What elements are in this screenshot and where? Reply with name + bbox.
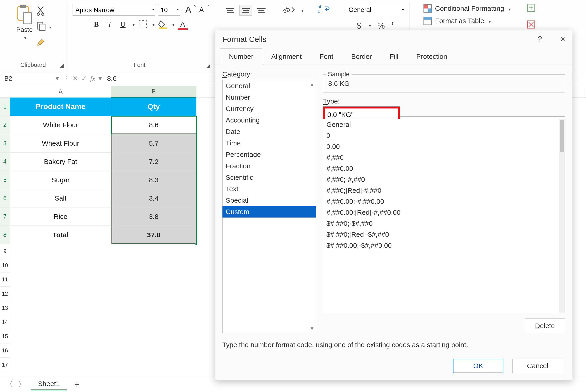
selection-fill-handle[interactable] (195, 243, 198, 246)
enter-formula-icon[interactable]: ✓ (81, 74, 87, 82)
format-code-item[interactable]: #,##0 (323, 152, 565, 163)
row-header[interactable]: 10 (0, 258, 10, 272)
new-sheet-button[interactable]: ＋ (72, 378, 81, 390)
font-name-select[interactable]: Aptos Narrow (72, 4, 155, 16)
format-as-table-button[interactable]: Format as Table (423, 16, 491, 25)
row-header[interactable]: 7 (0, 208, 10, 226)
category-item[interactable]: Time (222, 138, 316, 149)
category-item[interactable]: General (222, 80, 316, 92)
category-item[interactable]: Percentage (222, 149, 316, 160)
format-code-item[interactable]: General (323, 119, 565, 130)
paste-icon[interactable] (15, 4, 34, 26)
format-code-item[interactable]: #,##0.00;[Red]-#,##0.00 (323, 207, 565, 218)
table-cell[interactable]: Wheat Flour (10, 134, 111, 152)
sheet-nav-next-icon[interactable]: 〉 (18, 380, 25, 389)
scroll-up-icon[interactable]: ▲ (309, 82, 315, 88)
orientation-dropdown[interactable] (300, 7, 304, 14)
row-header[interactable]: 11 (0, 272, 10, 287)
insert-cells-icon[interactable] (527, 3, 536, 14)
category-item[interactable]: Text (222, 183, 316, 195)
format-painter-icon[interactable] (36, 37, 51, 49)
table-cell[interactable]: Bakery Fat (10, 152, 111, 171)
table-cell[interactable]: Sugar (10, 171, 111, 189)
underline-button[interactable]: U (118, 19, 128, 29)
table-cell[interactable]: 3.4 (111, 189, 196, 208)
cut-icon[interactable] (36, 6, 51, 17)
table-cell[interactable]: 5.7 (111, 134, 196, 152)
sheet-tab[interactable]: Sheet1 (31, 378, 67, 390)
percent-icon[interactable]: % (378, 21, 385, 31)
table-total-label[interactable]: Total (10, 226, 111, 244)
row-header[interactable]: 17 (0, 358, 10, 372)
row-header[interactable]: 13 (0, 301, 10, 315)
row-header[interactable]: 12 (0, 287, 10, 301)
format-code-item[interactable]: $#,##0;-$#,##0 (323, 218, 565, 229)
row-header[interactable]: 6 (0, 189, 10, 208)
format-code-item[interactable]: #,##0.00;-#,##0.00 (323, 196, 565, 207)
orientation-icon[interactable]: ab (281, 5, 297, 15)
row-header[interactable]: 2 (0, 116, 10, 134)
increase-font-icon[interactable]: A^ (183, 5, 193, 15)
category-item[interactable]: Special (222, 195, 316, 206)
format-code-item[interactable]: $#,##0.00;-$#,##0.00 (323, 240, 565, 251)
row-header[interactable]: 4 (0, 152, 10, 171)
fx-icon[interactable]: fx (90, 75, 95, 82)
number-format-select[interactable]: General (346, 4, 405, 15)
font-dialog-launcher-icon[interactable]: ◢ (206, 62, 210, 68)
row-header[interactable]: 16 (0, 344, 10, 358)
scroll-down-icon[interactable]: ▼ (309, 326, 315, 332)
tab-border[interactable]: Border (342, 48, 381, 65)
format-code-item[interactable]: #,##0.00 (323, 163, 565, 174)
font-size-select[interactable]: 10 (158, 4, 180, 16)
borders-dropdown[interactable] (151, 21, 154, 28)
format-code-item[interactable]: 0 (323, 130, 565, 141)
delete-format-button[interactable]: Delete (525, 318, 565, 333)
ok-button[interactable]: OK (453, 359, 503, 373)
table-cell[interactable]: 8.3 (111, 171, 196, 189)
table-cell[interactable]: White Flour (10, 116, 111, 134)
fill-color-icon[interactable] (158, 19, 168, 29)
table-total-value[interactable]: 37.0 (111, 226, 196, 244)
decrease-font-icon[interactable]: Aˇ (197, 5, 207, 15)
format-code-item[interactable]: 0.00 (323, 141, 565, 152)
table-cell[interactable]: 3.8 (111, 208, 196, 226)
conditional-formatting-button[interactable]: Conditional Formatting (423, 4, 511, 13)
cancel-formula-icon[interactable]: ✕ (72, 74, 78, 82)
category-item[interactable]: Fraction (222, 160, 316, 172)
align-bottom-icon[interactable] (255, 5, 268, 15)
currency-icon[interactable]: $ (357, 21, 361, 31)
active-cell[interactable]: 8.6 (111, 116, 196, 134)
copy-icon[interactable] (36, 21, 46, 32)
wrap-text-icon[interactable]: abc (317, 4, 330, 16)
tab-alignment[interactable]: Alignment (262, 48, 311, 65)
format-code-list[interactable]: General 0 0.00 #,##0 #,##0.00 #,##0;-#,#… (323, 119, 565, 313)
delete-cells-icon[interactable] (527, 20, 536, 31)
name-box[interactable]: B2 ▾ (2, 73, 61, 84)
format-code-item[interactable]: #,##0;[Red]-#,##0 (323, 185, 565, 196)
format-list-scrollbar[interactable] (559, 119, 565, 313)
row-header[interactable]: 15 (0, 329, 10, 344)
table-header-cell[interactable]: Product Name (10, 98, 111, 116)
table-cell[interactable]: Rice (10, 208, 111, 226)
category-item[interactable]: Currency (222, 103, 316, 114)
dialog-help-icon[interactable]: ? (538, 34, 542, 44)
tab-font[interactable]: Font (311, 48, 342, 65)
bold-button[interactable]: B (91, 19, 101, 29)
borders-icon[interactable] (138, 19, 148, 29)
column-header-A[interactable]: A (10, 86, 111, 98)
row-header[interactable]: 3 (0, 134, 10, 152)
row-header[interactable]: 14 (0, 315, 10, 329)
format-code-item[interactable]: #,##0;-#,##0 (323, 174, 565, 185)
currency-dropdown[interactable] (368, 23, 371, 28)
italic-button[interactable]: I (105, 19, 115, 29)
table-cell[interactable]: Salt (10, 189, 111, 208)
category-item[interactable]: Accounting (222, 114, 316, 126)
align-middle-icon[interactable] (240, 5, 252, 15)
align-top-icon[interactable] (224, 5, 236, 15)
tab-fill[interactable]: Fill (381, 48, 407, 65)
tab-number[interactable]: Number (220, 48, 262, 65)
format-code-item[interactable]: $#,##0;[Red]-$#,##0 (323, 229, 565, 240)
category-list[interactable]: ▲ General Number Currency Accounting Dat… (222, 80, 316, 333)
paste-label[interactable]: Paste (16, 26, 33, 34)
row-header[interactable]: 8 (0, 226, 10, 244)
